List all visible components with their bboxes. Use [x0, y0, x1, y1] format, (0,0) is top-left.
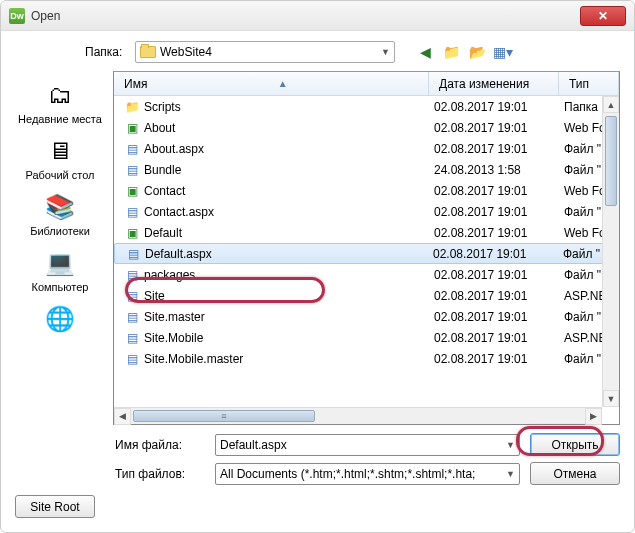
sidebar-icon: 🗂: [40, 79, 80, 111]
view-menu-icon[interactable]: ▦▾: [493, 42, 513, 62]
folder-icon: 📁: [124, 99, 140, 115]
file-row[interactable]: ▤Contact.aspx02.08.2017 19:01Файл ": [114, 201, 619, 222]
horizontal-scrollbar[interactable]: ◀ ≡ ▶: [114, 407, 602, 424]
web-form-icon: ▣: [124, 225, 140, 241]
file-row[interactable]: ▤Site.master02.08.2017 19:01Файл ": [114, 306, 619, 327]
filename-input[interactable]: Default.aspx ▼: [215, 434, 520, 456]
file-row[interactable]: ▣About02.08.2017 19:01Web Fо: [114, 117, 619, 138]
sidebar-item-4[interactable]: 🌐: [15, 299, 105, 341]
file-row[interactable]: ▤Default.aspx02.08.2017 19:01Файл ": [114, 243, 619, 264]
open-button[interactable]: Открыть: [530, 433, 620, 456]
folder-current: WebSite4: [160, 45, 212, 59]
close-icon[interactable]: ✕: [580, 6, 626, 26]
folder-icon: [140, 46, 156, 58]
file-row[interactable]: ▣Contact02.08.2017 19:01Web Fо: [114, 180, 619, 201]
file-row[interactable]: ▤About.aspx02.08.2017 19:01Файл ": [114, 138, 619, 159]
file-icon: ▤: [124, 267, 140, 283]
file-date: 02.08.2017 19:01: [433, 247, 563, 261]
sidebar-icon: 📚: [40, 191, 80, 223]
titlebar: Dw Open ✕: [1, 1, 634, 31]
filetype-value: All Documents (*.htm;*.html;*.shtm;*.sht…: [220, 467, 475, 481]
column-name[interactable]: Имя ▲: [114, 72, 429, 95]
scroll-right-icon[interactable]: ▶: [585, 408, 602, 425]
scroll-thumb-vertical[interactable]: [605, 116, 617, 206]
folder-dropdown[interactable]: WebSite4 ▼: [135, 41, 395, 63]
file-row[interactable]: ▣Default02.08.2017 19:01Web Fо: [114, 222, 619, 243]
file-row[interactable]: 📁Scripts02.08.2017 19:01Папка: [114, 96, 619, 117]
file-name: Bundle: [144, 163, 434, 177]
cancel-button[interactable]: Отмена: [530, 462, 620, 485]
file-date: 02.08.2017 19:01: [434, 352, 564, 366]
file-icon: ▤: [124, 162, 140, 178]
web-form-icon: ▣: [124, 120, 140, 136]
scroll-thumb-horizontal[interactable]: ≡: [133, 410, 315, 422]
chevron-down-icon: ▼: [506, 440, 515, 450]
file-date: 02.08.2017 19:01: [434, 226, 564, 240]
scroll-down-icon[interactable]: ▼: [603, 390, 619, 407]
new-folder-icon[interactable]: 📂: [467, 42, 487, 62]
column-name-label: Имя: [124, 77, 147, 91]
file-name: packages: [144, 268, 434, 282]
file-date: 24.08.2013 1:58: [434, 163, 564, 177]
file-row[interactable]: ▤packages02.08.2017 19:01Файл ": [114, 264, 619, 285]
file-name: Default.aspx: [145, 247, 433, 261]
sidebar-item-2[interactable]: 📚Библиотеки: [15, 187, 105, 241]
main-area: 🗂Недавние места🖥Рабочий стол📚Библиотеки💻…: [15, 71, 620, 425]
hscroll-track[interactable]: ≡: [131, 408, 585, 424]
sort-asc-icon: ▲: [278, 78, 288, 89]
scroll-left-icon[interactable]: ◀: [114, 408, 131, 425]
file-icon: ▤: [124, 351, 140, 367]
sidebar-label: Рабочий стол: [17, 169, 103, 181]
window-title: Open: [31, 9, 580, 23]
scroll-up-icon[interactable]: ▲: [603, 96, 619, 113]
sidebar-icon: 🖥: [40, 135, 80, 167]
file-date: 02.08.2017 19:01: [434, 268, 564, 282]
file-name: Default: [144, 226, 434, 240]
file-icon: ▤: [124, 309, 140, 325]
file-name: Site: [144, 289, 434, 303]
file-date: 02.08.2017 19:01: [434, 205, 564, 219]
site-root-row: Site Root: [15, 489, 620, 518]
file-date: 02.08.2017 19:01: [434, 310, 564, 324]
file-row[interactable]: ▤Bundle24.08.2013 1:58Файл ": [114, 159, 619, 180]
column-date[interactable]: Дата изменения: [429, 72, 559, 95]
file-list-pane: Имя ▲ Дата изменения Тип 📁Scripts02.08.2…: [113, 71, 620, 425]
bottom-form: Имя файла: Default.aspx ▼ Открыть Тип фа…: [15, 425, 620, 489]
file-row[interactable]: ▤Site.Mobile.master02.08.2017 19:01Файл …: [114, 348, 619, 369]
file-date: 02.08.2017 19:01: [434, 184, 564, 198]
vertical-scrollbar[interactable]: ▲ ▼: [602, 96, 619, 407]
dialog-body: Папка: WebSite4 ▼ ◀ 📁 📂 ▦▾ 🗂Недавние мес…: [1, 31, 634, 532]
file-date: 02.08.2017 19:01: [434, 331, 564, 345]
sidebar-item-1[interactable]: 🖥Рабочий стол: [15, 131, 105, 185]
app-icon: Dw: [9, 8, 25, 24]
folder-label: Папка:: [85, 45, 135, 59]
file-name: Site.Mobile: [144, 331, 434, 345]
folder-nav-icons: ◀ 📁 📂 ▦▾: [415, 42, 513, 62]
column-type[interactable]: Тип: [559, 72, 619, 95]
file-list-header: Имя ▲ Дата изменения Тип: [114, 72, 619, 96]
sidebar-icon: 🌐: [40, 303, 80, 335]
file-icon: ▤: [124, 204, 140, 220]
filetype-dropdown[interactable]: All Documents (*.htm;*.html;*.shtm;*.sht…: [215, 463, 520, 485]
file-icon: ▤: [125, 246, 141, 262]
sidebar-label: Недавние места: [17, 113, 103, 125]
file-date: 02.08.2017 19:01: [434, 289, 564, 303]
file-icon: ▤: [124, 330, 140, 346]
file-date: 02.08.2017 19:01: [434, 142, 564, 156]
sidebar-icon: 💻: [40, 247, 80, 279]
chevron-down-icon: ▼: [506, 469, 515, 479]
sidebar-item-3[interactable]: 💻Компьютер: [15, 243, 105, 297]
file-row[interactable]: ▤Site.Mobile02.08.2017 19:01ASP.NE: [114, 327, 619, 348]
file-icon: ▤: [124, 288, 140, 304]
file-name: About.aspx: [144, 142, 434, 156]
site-root-button[interactable]: Site Root: [15, 495, 95, 518]
file-name: Site.Mobile.master: [144, 352, 434, 366]
up-folder-icon[interactable]: 📁: [441, 42, 461, 62]
back-icon[interactable]: ◀: [415, 42, 435, 62]
sidebar-item-0[interactable]: 🗂Недавние места: [15, 75, 105, 129]
sidebar-label: Библиотеки: [17, 225, 103, 237]
places-sidebar: 🗂Недавние места🖥Рабочий стол📚Библиотеки💻…: [15, 71, 105, 425]
file-list[interactable]: 📁Scripts02.08.2017 19:01Папка▣About02.08…: [114, 96, 619, 424]
filetype-label: Тип файлов:: [115, 467, 205, 481]
file-row[interactable]: ▤Site02.08.2017 19:01ASP.NE: [114, 285, 619, 306]
